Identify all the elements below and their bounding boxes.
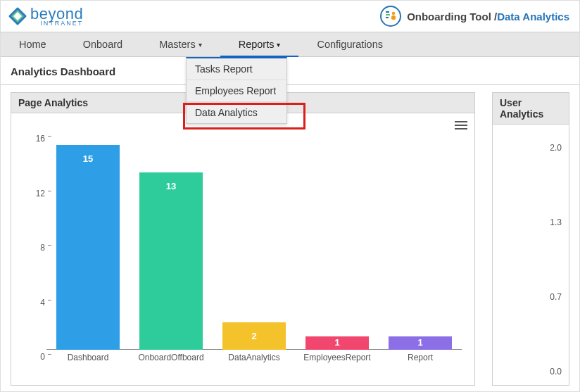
- user-analytics-y-tick: 0.0: [550, 367, 562, 377]
- chart-bar-value: 13: [139, 181, 203, 191]
- nav-reports[interactable]: Reports ▾: [220, 32, 299, 56]
- chart-bar-value: 1: [389, 337, 452, 348]
- chart-bar-value: 15: [56, 153, 120, 164]
- brand-subword: INTRANET: [30, 20, 83, 27]
- main-nav: Home Onboard Masters ▾ Reports ▾ Configu…: [1, 32, 579, 57]
- brand-logo[interactable]: beyond INTRANET: [8, 6, 83, 27]
- brand-icon: [8, 6, 27, 26]
- reports-dropdown: Tasks Report Employees Report Data Analy…: [186, 57, 287, 124]
- breadcrumb-sep: /: [491, 11, 497, 23]
- chart-x-label: Report: [382, 353, 459, 362]
- svg-rect-4: [386, 11, 389, 13]
- nav-reports-label: Reports: [239, 39, 275, 50]
- chart-bar[interactable]: 1: [389, 336, 452, 350]
- nav-configurations[interactable]: Configurations: [298, 32, 401, 56]
- chart-bar[interactable]: 2: [222, 322, 286, 350]
- menu-employees-report[interactable]: Employees Report: [187, 80, 286, 102]
- nav-masters-label: Masters: [159, 39, 196, 50]
- chart-y-tick: 16: [36, 134, 45, 138]
- chart-y-tick: 4: [40, 298, 45, 302]
- svg-rect-2: [386, 17, 389, 18]
- chart-y-tick: 0: [40, 352, 45, 356]
- breadcrumb: Onboarding Tool /Data Analytics: [380, 6, 569, 27]
- chart-y-tick: 12: [36, 189, 45, 193]
- chart-menu-button[interactable]: [455, 119, 467, 132]
- user-analytics-y-tick: 2.0: [550, 143, 562, 153]
- svg-rect-3: [386, 14, 390, 15]
- svg-point-5: [392, 12, 395, 15]
- panel-page-analytics: Page Analytics 1513211 0481216DashboardO…: [11, 92, 475, 386]
- chevron-down-icon: ▾: [198, 41, 202, 49]
- menu-data-analytics[interactable]: Data Analytics: [187, 102, 286, 123]
- chart-bar[interactable]: 13: [139, 172, 203, 350]
- page-title: Analytics Dashboard: [1, 57, 579, 85]
- chart-x-label: EmployeesReport: [298, 353, 376, 362]
- chart-x-label: Dashboard: [49, 353, 127, 362]
- page-analytics-chart: 1513211 0481216DashboardOnboardOffboardD…: [15, 132, 465, 369]
- panel-user-analytics: User Analytics 2.01.30.70.0: [492, 92, 569, 386]
- chevron-down-icon: ▾: [277, 41, 280, 49]
- panel-user-analytics-header: User Analytics: [493, 93, 569, 125]
- user-analytics-y-tick: 0.7: [550, 292, 562, 302]
- breadcrumb-page[interactable]: Data Analytics: [497, 11, 569, 23]
- chart-bar[interactable]: 1: [305, 336, 369, 350]
- top-bar: beyond INTRANET Onboarding Tool /Data An…: [1, 1, 579, 32]
- nav-masters[interactable]: Masters ▾: [141, 32, 220, 56]
- panels-row: Page Analytics 1513211 0481216DashboardO…: [1, 85, 579, 386]
- nav-onboard[interactable]: Onboard: [65, 32, 141, 56]
- user-analytics-y-tick: 1.3: [550, 217, 562, 227]
- svg-rect-6: [391, 15, 396, 20]
- chart-bar-value: 2: [222, 331, 286, 341]
- chart-x-label: OnboardOffboard: [132, 353, 210, 362]
- nav-home[interactable]: Home: [1, 32, 65, 56]
- breadcrumb-app: Onboarding Tool: [407, 11, 491, 23]
- chart-y-tick: 8: [40, 243, 45, 247]
- chart-x-label: DataAnalytics: [215, 353, 293, 362]
- chart-bar-value: 1: [305, 337, 369, 348]
- onboarding-tool-icon: [380, 6, 401, 27]
- chart-bar[interactable]: 15: [56, 145, 120, 350]
- menu-tasks-report[interactable]: Tasks Report: [187, 58, 286, 80]
